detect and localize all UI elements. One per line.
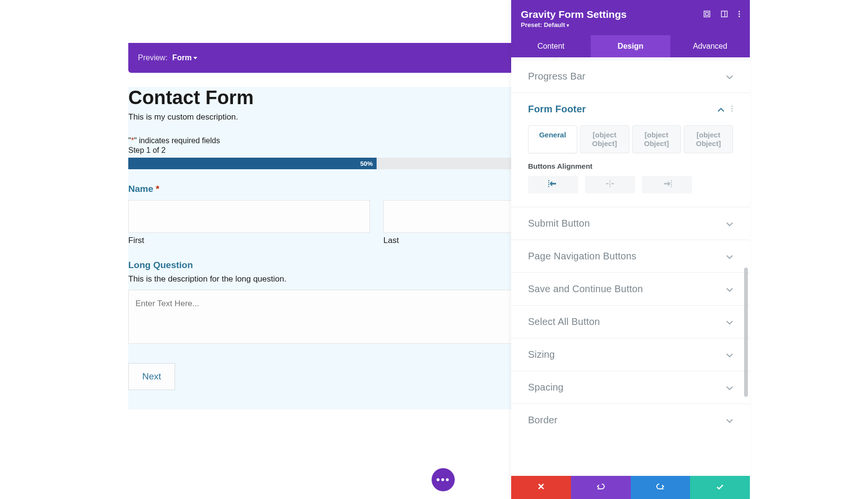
section-sizing[interactable]: Sizing [511, 338, 750, 371]
close-icon [538, 483, 544, 492]
floating-more-button[interactable]: ••• [432, 468, 455, 491]
align-left-icon [548, 180, 558, 189]
section-border[interactable]: Border [511, 404, 750, 426]
chevron-down-icon [726, 285, 733, 294]
section-select-all-button[interactable]: Select All Button [511, 305, 750, 338]
preset-dropdown[interactable]: Preset: Default [521, 21, 626, 28]
form-footer-content: General [object Object] [object Object] … [511, 125, 750, 207]
align-center-button[interactable] [585, 176, 635, 193]
section-form-footer[interactable]: Form Footer [511, 93, 750, 125]
discard-button[interactable] [511, 476, 571, 499]
first-name-sublabel: First [128, 236, 370, 245]
section-spacing[interactable]: Spacing [511, 371, 750, 404]
chevron-down-icon [726, 383, 733, 392]
section-label: Border [528, 415, 557, 426]
section-label: Spacing [528, 382, 564, 393]
first-name-input[interactable] [128, 200, 370, 233]
svg-point-6 [738, 15, 740, 17]
panel-scroll-area[interactable]: Pricing Fields Progress Bar Form Footer [511, 57, 750, 476]
chevron-down-icon [726, 252, 733, 261]
chevron-down-icon [726, 72, 733, 81]
svg-rect-1 [705, 13, 708, 15]
caret-down-icon [193, 57, 197, 59]
check-icon [716, 483, 724, 492]
panel-tabs: Content Design Advanced [511, 35, 750, 57]
more-vertical-icon[interactable] [738, 11, 740, 19]
preview-form-dropdown[interactable]: Form [172, 54, 197, 62]
buttons-alignment-label: Buttons Alignment [528, 162, 733, 170]
preview-label: Preview: [138, 54, 167, 62]
section-save-continue[interactable]: Save and Continue Button [511, 272, 750, 305]
alignment-buttons-row [528, 176, 733, 193]
progress-percent: 50% [360, 160, 373, 167]
chevron-down-icon [726, 416, 733, 425]
panel-title: Gravity Form Settings [521, 9, 626, 20]
svg-point-7 [731, 105, 732, 107]
req-suffix: " indicates required fields [134, 136, 220, 145]
sub-tab-4[interactable]: [object Object] [684, 125, 733, 153]
sub-tab-2[interactable]: [object Object] [580, 125, 629, 153]
name-label-text: Name [128, 184, 153, 194]
chevron-down-icon [726, 318, 733, 326]
svg-point-4 [738, 11, 740, 12]
preview-form-text: Form [172, 54, 191, 62]
section-more-icon[interactable] [731, 105, 733, 114]
redo-button[interactable] [631, 476, 691, 499]
next-button[interactable]: Next [128, 363, 175, 390]
sub-tab-3[interactable]: [object Object] [632, 125, 681, 153]
required-asterisk-icon: * [156, 184, 159, 194]
chevron-down-icon [726, 219, 733, 228]
section-progress-bar[interactable]: Progress Bar [511, 60, 750, 93]
scrollbar-thumb[interactable] [744, 268, 748, 397]
section-label: Save and Continue Button [528, 283, 643, 295]
undo-button[interactable] [571, 476, 631, 499]
align-right-button[interactable] [642, 176, 692, 193]
responsive-preview-icon[interactable] [704, 11, 710, 19]
panel-footer [511, 476, 750, 499]
first-name-col: First [128, 200, 370, 245]
svg-rect-2 [721, 11, 727, 17]
tab-design[interactable]: Design [591, 35, 670, 57]
redo-icon [656, 483, 664, 492]
section-pricing-fields: Pricing Fields [528, 57, 733, 60]
svg-point-9 [731, 110, 732, 111]
section-label: Submit Button [528, 218, 590, 229]
save-button[interactable] [690, 476, 750, 499]
svg-rect-0 [704, 11, 710, 17]
section-label: Select All Button [528, 316, 600, 327]
align-left-button[interactable] [528, 176, 578, 193]
panel-dock-icon[interactable] [721, 11, 728, 19]
progress-bar-fill: 50% [128, 158, 377, 169]
panel-header: Gravity Form Settings Preset: Default [511, 0, 750, 35]
settings-panel: Gravity Form Settings Preset: Default Co… [511, 0, 750, 499]
chevron-down-icon [726, 351, 733, 359]
panel-body: Pricing Fields Progress Bar Form Footer [511, 57, 750, 476]
section-label: Progress Bar [528, 71, 585, 82]
section-label: Form Footer [528, 104, 586, 115]
chevron-up-icon [718, 105, 724, 114]
footer-sub-tabs: General [object Object] [object Object] … [528, 125, 733, 153]
section-label: Sizing [528, 349, 555, 360]
tab-content[interactable]: Content [511, 35, 591, 57]
align-center-icon [605, 180, 615, 189]
sub-tab-general[interactable]: General [528, 125, 577, 153]
section-submit-button[interactable]: Submit Button [511, 207, 750, 240]
section-label: Page Navigation Buttons [528, 251, 637, 262]
tab-advanced[interactable]: Advanced [670, 35, 750, 57]
svg-point-8 [731, 108, 732, 109]
undo-icon [597, 483, 605, 492]
align-right-icon [662, 180, 672, 189]
section-page-nav-buttons[interactable]: Page Navigation Buttons [511, 240, 750, 272]
svg-point-5 [738, 13, 740, 14]
more-horizontal-icon: ••• [436, 474, 450, 485]
